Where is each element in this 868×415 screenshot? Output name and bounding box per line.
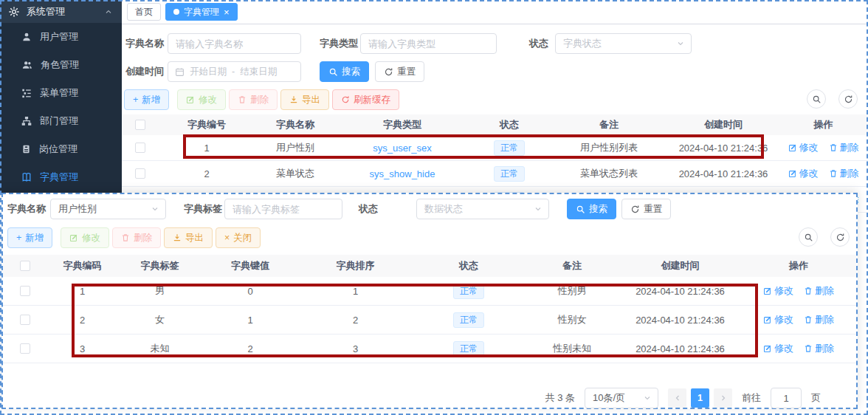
col-remark: 备注 xyxy=(525,255,619,277)
page-1-button[interactable]: 1 xyxy=(691,388,709,408)
dict-type-page: 首页 字典管理 × 字典名称 字典类型 状态 字典状态 创建时间 xyxy=(122,0,868,193)
dict-data-dialog: 字典名称 用户性别 字典标签 状态 数据状态 搜索 重置 +新增 xyxy=(1,193,858,409)
dict-name-input[interactable] xyxy=(168,33,301,54)
select-all-checkbox[interactable] xyxy=(135,120,145,130)
cell-dict-value: 0 xyxy=(202,277,298,305)
table-search-circle-button[interactable] xyxy=(799,227,818,247)
cell-dict-code: 2 xyxy=(47,306,117,334)
export-button[interactable]: 导出 xyxy=(164,227,213,248)
select-all-checkbox[interactable] xyxy=(20,261,30,271)
app-root: 系统管理 用户管理 角色管理 xyxy=(0,0,868,415)
sidebar-item-system-management[interactable]: 系统管理 xyxy=(0,0,122,23)
refresh-icon xyxy=(844,95,853,104)
dict-label-input[interactable] xyxy=(224,199,342,219)
chevron-down-icon xyxy=(151,205,159,213)
row-checkbox[interactable] xyxy=(20,343,30,354)
search-button[interactable]: 搜索 xyxy=(320,61,369,82)
row-delete-link[interactable]: 删除 xyxy=(829,141,859,154)
refresh-icon xyxy=(341,95,350,104)
status-label: 状态 xyxy=(359,199,378,219)
prev-page-button[interactable] xyxy=(668,388,686,408)
col-created: 创建时间 xyxy=(619,255,741,277)
table-row: 2 女 1 2 正常 性别女 2024-04-10 21:24:36 修改 xyxy=(3,306,856,335)
row-edit-link[interactable]: 修改 xyxy=(763,284,793,298)
row-checkbox[interactable] xyxy=(135,143,145,153)
row-checkbox[interactable] xyxy=(135,168,145,179)
refresh-cache-button[interactable]: 刷新缓存 xyxy=(332,89,399,110)
edit-icon xyxy=(69,233,78,242)
col-remark: 备注 xyxy=(550,114,668,135)
table-refresh-circle-button[interactable] xyxy=(830,227,850,247)
data-status-select[interactable]: 数据状态 xyxy=(416,199,549,219)
trash-icon xyxy=(804,287,813,295)
date-start-placeholder: 开始日期 xyxy=(190,66,227,78)
sidebar-item-role-management[interactable]: 角色管理 xyxy=(0,51,122,79)
sidebar-header-label: 系统管理 xyxy=(27,5,65,18)
search-button[interactable]: 搜索 xyxy=(567,199,616,219)
col-status: 状态 xyxy=(413,255,525,277)
select-value: 用户性别 xyxy=(58,202,97,216)
sidebar-item-dept-management[interactable]: 部门管理 xyxy=(0,107,122,135)
tab-home[interactable]: 首页 xyxy=(127,3,161,21)
row-delete-link[interactable]: 删除 xyxy=(804,284,834,298)
dict-status-select[interactable]: 字典状态 xyxy=(555,33,692,54)
reset-button[interactable]: 重置 xyxy=(375,61,424,82)
delete-button[interactable]: 删除 xyxy=(112,227,161,248)
tab-close-icon[interactable]: × xyxy=(224,7,230,17)
trash-icon xyxy=(804,315,813,324)
chevron-down-icon xyxy=(643,394,652,402)
download-icon xyxy=(173,233,182,242)
delete-button[interactable]: 删除 xyxy=(229,89,278,110)
row-delete-link[interactable]: 删除 xyxy=(829,167,859,180)
cell-dict-id: 1 xyxy=(159,135,255,160)
edit-icon xyxy=(788,169,797,178)
sidebar-item-menu-management[interactable]: 菜单管理 xyxy=(0,79,122,107)
export-button[interactable]: 导出 xyxy=(280,89,329,110)
row-checkbox[interactable] xyxy=(20,286,30,296)
cell-created: 2024-04-10 21:24:36 xyxy=(619,306,741,334)
close-button[interactable]: ×关闭 xyxy=(216,227,261,248)
edit-button[interactable]: 修改 xyxy=(61,227,109,248)
date-range-picker[interactable]: 开始日期 - 结束日期 xyxy=(168,61,301,82)
reset-button[interactable]: 重置 xyxy=(621,199,671,219)
edit-icon xyxy=(763,344,772,353)
calendar-icon xyxy=(175,67,185,77)
row-edit-link[interactable]: 修改 xyxy=(788,141,819,154)
goto-label: 前往 xyxy=(742,391,761,405)
cell-created: 2024-04-10 21:24:36 xyxy=(668,135,779,160)
sidebar-item-dict-management[interactable]: 字典管理 xyxy=(0,163,122,191)
cell-dict-type-link[interactable]: sys_user_sex xyxy=(336,135,469,160)
cell-created: 2024-04-10 21:24:36 xyxy=(668,161,779,186)
plus-icon: + xyxy=(16,233,21,243)
tab-dict-management[interactable]: 字典管理 × xyxy=(165,3,238,21)
tab-label: 字典管理 xyxy=(184,6,219,18)
row-delete-link[interactable]: 删除 xyxy=(804,313,834,326)
next-page-button[interactable] xyxy=(714,388,732,408)
edit-button[interactable]: 修改 xyxy=(177,89,226,110)
cell-dict-type-link[interactable]: sys_show_hide xyxy=(336,161,469,186)
edit-icon xyxy=(763,315,772,324)
sidebar-item-post-management[interactable]: 岗位管理 xyxy=(0,135,122,163)
row-edit-link[interactable]: 修改 xyxy=(763,342,793,355)
date-separator: - xyxy=(232,66,235,77)
dict-type-label: 字典类型 xyxy=(320,33,358,54)
status-badge: 正常 xyxy=(494,166,525,182)
add-button[interactable]: +新增 xyxy=(124,89,169,110)
dict-name-select[interactable]: 用户性别 xyxy=(50,199,166,219)
row-delete-link[interactable]: 删除 xyxy=(804,342,834,355)
page-size-select[interactable]: 10条/页 xyxy=(585,388,658,408)
table-refresh-circle-button[interactable] xyxy=(838,89,858,109)
col-operation: 操作 xyxy=(741,255,856,277)
row-edit-link[interactable]: 修改 xyxy=(788,167,819,180)
add-button[interactable]: +新增 xyxy=(7,227,52,248)
goto-page-input[interactable] xyxy=(771,388,802,408)
row-checkbox[interactable] xyxy=(20,315,30,325)
dict-type-input[interactable] xyxy=(360,33,497,54)
table-search-circle-button[interactable] xyxy=(807,89,826,109)
status-label: 状态 xyxy=(529,33,548,54)
sidebar-item-user-management[interactable]: 用户管理 xyxy=(0,23,122,51)
row-edit-link[interactable]: 修改 xyxy=(763,313,793,326)
col-dict-value: 字典键值 xyxy=(202,255,298,277)
col-created: 创建时间 xyxy=(668,114,779,135)
refresh-icon xyxy=(630,205,640,214)
